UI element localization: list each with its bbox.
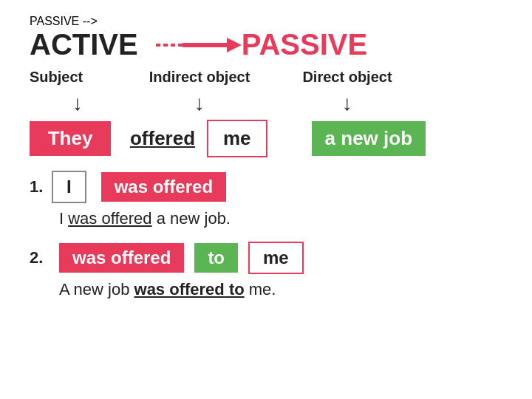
was-offered-box1: was offered — [101, 172, 226, 202]
me2-box: me — [248, 242, 304, 274]
sentence2-was-offered: was offered — [134, 280, 225, 299]
passive-label: PASSIVE — [242, 28, 367, 61]
direct-label: Direct object — [273, 69, 421, 86]
arrow-subject: ↓ — [30, 92, 126, 115]
sentence2-to: to — [225, 280, 245, 299]
labels-row: Subject Indirect object Direct object — [30, 69, 502, 86]
me-box: me — [207, 120, 267, 157]
sentence2-me: me. — [245, 280, 276, 299]
transform-arrow — [153, 32, 242, 58]
offered-word: offered — [126, 127, 200, 150]
down-arrow-subject: ↓ — [72, 92, 83, 115]
svg-marker-2 — [227, 38, 242, 52]
section1-row: 1. I was offered — [30, 171, 502, 203]
number2-label: 2. — [30, 248, 59, 267]
sentence1-rest: a new job. — [152, 209, 231, 228]
sentence2-a-new-job: A new job — [59, 280, 134, 299]
they-box: They — [30, 121, 111, 156]
sentence1: I was offered a new job. — [59, 209, 502, 228]
number1-label: 1. — [30, 177, 52, 197]
arrows-row: ↓ ↓ ↓ — [30, 92, 502, 115]
indirect-label: Indirect object — [126, 69, 273, 86]
arrow-direct: ↓ — [273, 92, 421, 115]
down-arrow-direct: ↓ — [342, 92, 352, 115]
new-job-box: a new job — [312, 121, 426, 156]
header-row: ACTIVE PASSIVE — [30, 28, 502, 61]
words-row: They offered me a new job — [30, 120, 502, 157]
down-arrow-indirect: ↓ — [194, 92, 205, 115]
sentence2: A new job was offered to me. — [59, 280, 502, 299]
I-box: I — [52, 171, 86, 203]
page: PASSIVE --> ACTIVE PASSIVE Subject Indir… — [0, 0, 532, 399]
subject-label: Subject — [30, 69, 126, 86]
arrow-indirect: ↓ — [126, 92, 273, 115]
to-box: to — [194, 243, 238, 273]
active-label: ACTIVE — [30, 28, 138, 61]
sentence1-was-offered: was offered — [68, 209, 151, 228]
section2-row: 2. was offered to me — [30, 242, 502, 274]
sentence1-I: I — [59, 209, 68, 228]
was-offered-box2: was offered — [59, 243, 184, 273]
